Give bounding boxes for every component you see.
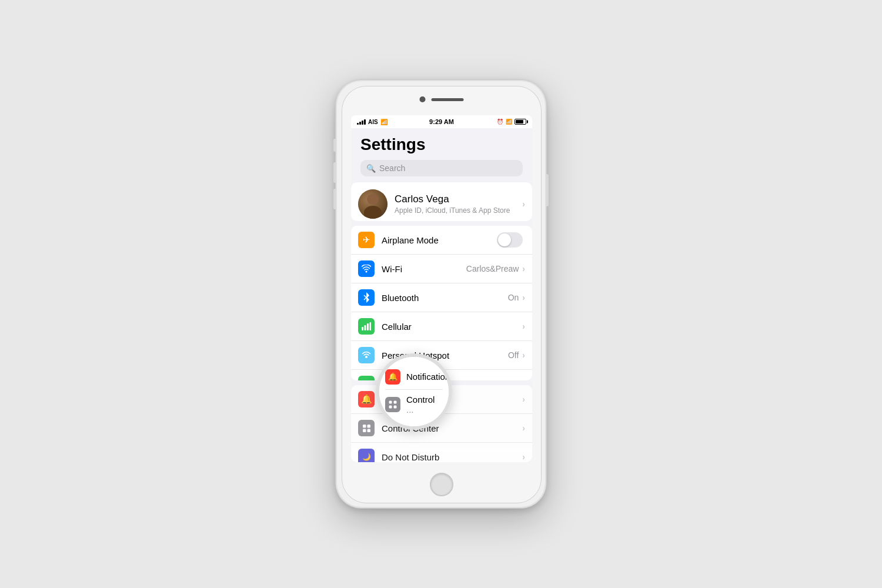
search-placeholder: Search xyxy=(379,163,405,173)
carrier-value: AIS xyxy=(506,379,519,380)
status-time: 9:29 AM xyxy=(429,118,454,125)
signal-bar-3 xyxy=(362,121,363,125)
hotspot-value: Off xyxy=(508,350,519,360)
wifi-status-icon: 📶 xyxy=(380,119,387,125)
avatar xyxy=(358,189,387,219)
profile-chevron: › xyxy=(522,199,525,209)
svg-rect-5 xyxy=(367,323,369,330)
do-not-disturb-row[interactable]: 🌙 Do Not Disturb › xyxy=(351,443,532,462)
front-camera xyxy=(420,96,426,102)
phone-top-bar xyxy=(420,96,464,102)
signal-bar-2 xyxy=(359,122,361,125)
bluetooth-value: On xyxy=(508,293,519,302)
profile-subtitle: Apple ID, iCloud, iTunes & App Store xyxy=(395,206,522,215)
search-icon: 🔍 xyxy=(366,164,376,173)
signal-bar-1 xyxy=(357,123,359,125)
svg-rect-3 xyxy=(362,327,363,330)
airplane-mode-icon: ✈ xyxy=(358,232,375,248)
svg-rect-13 xyxy=(394,400,397,403)
signal-bar-4 xyxy=(364,119,366,125)
magnified-control-label: Control ... xyxy=(406,395,443,415)
svg-rect-11 xyxy=(367,429,370,432)
magnified-notifications-row: 🔔 Notification... xyxy=(385,365,443,390)
profile-name: Carlos Vega xyxy=(395,193,522,205)
earpiece-speaker xyxy=(432,98,464,101)
carrier-chevron: › xyxy=(522,379,525,380)
volume-down-button xyxy=(333,189,336,209)
status-right: ⏰ 📶 xyxy=(497,119,526,125)
magnified-notifications-icon: 🔔 xyxy=(385,369,400,385)
carrier-label: AIS xyxy=(368,119,378,125)
battery-fill xyxy=(516,120,523,123)
profile-row[interactable]: Carlos Vega Apple ID, iCloud, iTunes & A… xyxy=(351,182,532,221)
profile-info: Carlos Vega Apple ID, iCloud, iTunes & A… xyxy=(395,193,522,215)
page-title: Settings xyxy=(360,135,523,154)
hotspot-chevron: › xyxy=(522,350,525,360)
status-bar: AIS 📶 9:29 AM ⏰ 📶 xyxy=(351,115,532,128)
power-button xyxy=(546,174,549,206)
svg-marker-0 xyxy=(366,293,369,302)
profile-group: Carlos Vega Apple ID, iCloud, iTunes & A… xyxy=(351,182,532,221)
svg-rect-15 xyxy=(394,405,397,408)
screen: AIS 📶 9:29 AM ⏰ 📶 Settings xyxy=(351,115,532,462)
svg-rect-10 xyxy=(363,429,366,432)
do-not-disturb-chevron: › xyxy=(522,452,525,462)
bluetooth-label: Bluetooth xyxy=(382,293,508,303)
magnified-control-row: Control ... xyxy=(385,390,443,419)
phone-inner-frame: AIS 📶 9:29 AM ⏰ 📶 Settings xyxy=(342,86,542,503)
toggle-thumb xyxy=(498,233,511,246)
silent-switch xyxy=(333,139,336,152)
notifications-icon: 🔔 xyxy=(358,391,375,407)
magnified-notifications-label: Notification... xyxy=(406,372,452,382)
svg-rect-14 xyxy=(389,405,392,408)
control-center-row[interactable]: Control Center › xyxy=(351,414,532,443)
notifications-chevron: › xyxy=(522,395,525,404)
svg-rect-6 xyxy=(370,322,372,330)
settings-content: Carlos Vega Apple ID, iCloud, iTunes & A… xyxy=(351,182,532,462)
magnified-control-icon xyxy=(385,397,400,412)
cellular-row[interactable]: Cellular › xyxy=(351,312,532,341)
airplane-mode-toggle[interactable] xyxy=(497,232,523,248)
control-center-icon xyxy=(358,420,375,436)
battery-indicator xyxy=(514,119,526,125)
svg-rect-9 xyxy=(367,425,370,428)
svg-rect-8 xyxy=(363,425,366,428)
svg-rect-12 xyxy=(389,400,392,403)
cellular-label: Cellular xyxy=(382,322,522,332)
wifi-icon xyxy=(358,260,375,277)
wifi-row[interactable]: Wi-Fi Carlos&Preaw › xyxy=(351,255,532,283)
control-center-chevron: › xyxy=(522,423,525,433)
signal-strength xyxy=(357,119,366,125)
bluetooth-row[interactable]: Bluetooth On › xyxy=(351,283,532,312)
alarm-icon: ⏰ xyxy=(497,119,503,125)
do-not-disturb-icon: 🌙 xyxy=(358,449,375,462)
wifi-label: Wi-Fi xyxy=(382,264,466,274)
hotspot-icon xyxy=(358,347,375,363)
volume-up-button xyxy=(333,162,336,183)
wifi-chevron: › xyxy=(522,264,525,273)
svg-line-1 xyxy=(364,295,366,298)
bluetooth-status-icon: 📶 xyxy=(506,119,512,125)
phone-device: AIS 📶 9:29 AM ⏰ 📶 Settings xyxy=(335,79,547,509)
do-not-disturb-label: Do Not Disturb xyxy=(382,452,522,462)
magnifier-overlay: 🔔 Notification... Control ... xyxy=(376,353,452,430)
wifi-value: Carlos&Preaw xyxy=(466,264,519,273)
connectivity-group: ✈ Airplane Mode xyxy=(351,226,532,380)
carrier-icon: 📞 xyxy=(358,376,375,380)
bluetooth-icon xyxy=(358,289,375,306)
svg-line-2 xyxy=(364,298,366,300)
bluetooth-chevron: › xyxy=(522,293,525,302)
svg-rect-4 xyxy=(365,325,366,330)
svg-point-7 xyxy=(365,356,368,358)
cellular-chevron: › xyxy=(522,322,525,331)
search-bar[interactable]: 🔍 Search xyxy=(360,160,523,176)
page-title-bar: Settings xyxy=(351,128,532,156)
status-left: AIS 📶 xyxy=(357,119,387,125)
cellular-icon xyxy=(358,318,375,335)
home-button[interactable] xyxy=(430,473,453,496)
airplane-mode-label: Airplane Mode xyxy=(382,235,497,245)
search-bar-container: 🔍 Search xyxy=(351,156,532,182)
airplane-mode-row[interactable]: ✈ Airplane Mode xyxy=(351,226,532,255)
